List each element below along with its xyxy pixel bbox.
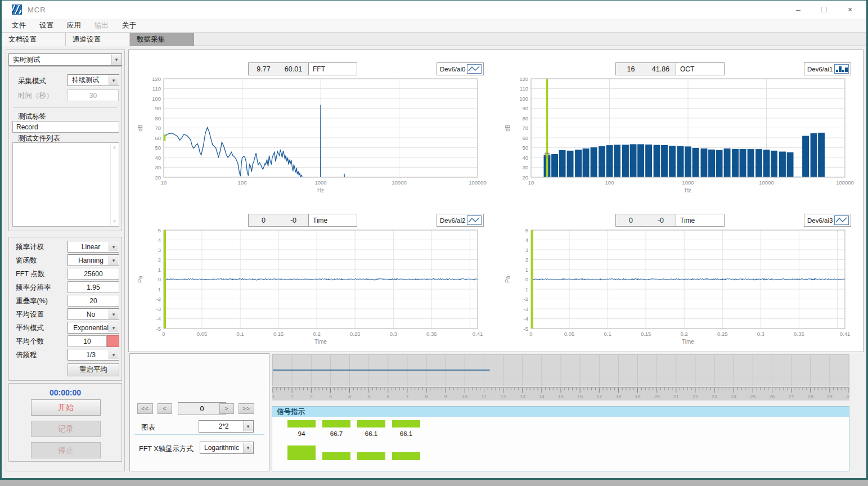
- svg-text:70: 70: [155, 125, 161, 131]
- chevron-down-icon: ▾: [109, 75, 118, 85]
- svg-text:50: 50: [155, 145, 161, 151]
- svg-text:0.2: 0.2: [681, 331, 688, 337]
- maximize-button[interactable]: [811, 1, 837, 19]
- param-label: 倍频程: [16, 350, 37, 360]
- app-window: MCR – × 文件设置应用输出关于 文档设置通道设置数据采集 实时测试 ▾ 采…: [2, 1, 866, 478]
- page-next-button[interactable]: >: [219, 403, 234, 414]
- menu-item[interactable]: 应用: [60, 19, 88, 33]
- signal-level-value: 94: [287, 430, 316, 437]
- svg-text:7: 7: [406, 394, 408, 399]
- param-label: 重叠率(%): [16, 296, 48, 306]
- minimize-button[interactable]: –: [785, 1, 811, 19]
- svg-text:20: 20: [155, 174, 161, 181]
- svg-text:0: 0: [529, 331, 532, 337]
- acq-time-input[interactable]: 30: [68, 89, 119, 101]
- param-input[interactable]: 10: [68, 335, 107, 347]
- param-select[interactable]: No▾: [68, 308, 119, 320]
- listbox-scrollbar[interactable]: ▲ ▼: [110, 143, 118, 226]
- restart-average-button[interactable]: 重启平均: [68, 363, 119, 376]
- page-prev-button[interactable]: <: [158, 403, 172, 414]
- param-label: 频率计权: [16, 242, 44, 252]
- svg-text:14: 14: [539, 394, 545, 399]
- test-tag-input[interactable]: Record: [12, 121, 119, 133]
- svg-text:25: 25: [750, 394, 755, 399]
- acq-time-label: 时间（秒）: [18, 91, 53, 101]
- menu-item[interactable]: 输出: [88, 19, 115, 33]
- analysis-params-group: 重启平均 频率计权Linear▾窗函数Hanning▾FFT 点数25600频率…: [8, 237, 122, 381]
- sidebar-panel: 实时测试 ▾ 采集模式 持续测试 ▾ 时间（秒） 30 测试标签 Record …: [6, 50, 125, 471]
- close-button[interactable]: ×: [837, 1, 863, 19]
- chart-layout-select[interactable]: 2*2 ▾: [199, 420, 254, 433]
- svg-text:0.1: 0.1: [236, 331, 244, 337]
- svg-text:40: 40: [155, 155, 161, 161]
- time_a-plot[interactable]: -5-4-3-2-101234500.050.10.150.20.250.30.…: [133, 227, 491, 349]
- svg-text:Time: Time: [314, 339, 327, 345]
- svg-text:Hz: Hz: [685, 187, 691, 194]
- chevron-down-icon: ▾: [243, 443, 253, 453]
- record-button[interactable]: 记录: [31, 421, 101, 437]
- svg-text:dB: dB: [505, 124, 511, 132]
- fft-plot[interactable]: 2030405060708090100110120101001000100001…: [133, 76, 491, 197]
- param-row: 窗函数Hanning▾: [9, 254, 122, 267]
- chart-type-input[interactable]: Time: [309, 214, 357, 227]
- param-select[interactable]: Exponential▾: [68, 322, 119, 334]
- fft-xaxis-mode-select[interactable]: Logarithmic ▾: [200, 442, 254, 454]
- signal-meter-block: [392, 452, 420, 460]
- svg-text:-2: -2: [156, 296, 161, 302]
- tab-通道设置[interactable]: 通道设置: [66, 33, 130, 46]
- svg-text:Time: Time: [682, 339, 694, 345]
- svg-text:2: 2: [310, 394, 313, 399]
- param-select[interactable]: 1/3▾: [68, 349, 119, 361]
- svg-text:-5: -5: [524, 326, 528, 332]
- param-input[interactable]: 1.95: [68, 281, 119, 293]
- scroll-down-icon[interactable]: ▼: [111, 218, 118, 226]
- channel-selector[interactable]: Dev6/ai3: [804, 214, 851, 227]
- param-input[interactable]: 25600: [68, 268, 119, 280]
- tab-数据采集[interactable]: 数据采集: [130, 33, 194, 46]
- signal-level-bar: [392, 420, 420, 428]
- menu-item[interactable]: 文件: [5, 19, 33, 33]
- param-select[interactable]: Linear▾: [68, 241, 119, 253]
- svg-text:dB: dB: [137, 124, 143, 132]
- channel-selector[interactable]: Dev6/ai0: [437, 62, 484, 75]
- svg-text:30: 30: [155, 164, 161, 170]
- channel-selector[interactable]: Dev6/ai1: [804, 62, 851, 75]
- svg-text:60: 60: [522, 135, 528, 141]
- time_b-plot[interactable]: -5-4-3-2-101234500.050.10.150.20.250.30.…: [501, 227, 858, 349]
- start-button[interactable]: 开始: [31, 399, 101, 416]
- signal-level-bar: [322, 420, 350, 428]
- svg-text:2: 2: [158, 256, 161, 263]
- chart-type-input[interactable]: Time: [676, 214, 725, 227]
- menu-item[interactable]: 设置: [33, 19, 60, 33]
- svg-text:-3: -3: [524, 306, 528, 312]
- page-first-button[interactable]: <<: [137, 403, 153, 414]
- chevron-down-icon: ▾: [109, 350, 118, 359]
- record-progress-strip: [272, 354, 849, 386]
- tab-文档设置[interactable]: 文档设置: [2, 33, 66, 46]
- chart-type-input[interactable]: FFT: [309, 62, 357, 75]
- param-select[interactable]: Hanning▾: [68, 254, 119, 266]
- svg-text:110: 110: [152, 86, 161, 92]
- scroll-up-icon[interactable]: ▲: [111, 143, 118, 151]
- stop-button[interactable]: 停止: [31, 442, 101, 458]
- svg-text:3: 3: [158, 247, 161, 253]
- param-row: 平均模式Exponential▾: [9, 321, 122, 335]
- acq-mode-select[interactable]: 持续测试 ▾: [68, 74, 119, 86]
- chart-type-input[interactable]: OCT: [676, 62, 725, 75]
- svg-text:0.3: 0.3: [390, 331, 397, 337]
- channel-selector[interactable]: Dev6/ai2: [437, 214, 484, 227]
- page-last-button[interactable]: >>: [239, 403, 254, 414]
- svg-text:0.35: 0.35: [426, 331, 437, 337]
- signal-indicator-title: 信号指示: [272, 407, 849, 417]
- param-input[interactable]: 20: [68, 295, 119, 307]
- svg-text:5: 5: [367, 394, 370, 399]
- menu-item[interactable]: 关于: [115, 19, 143, 33]
- svg-text:17: 17: [596, 394, 602, 399]
- svg-text:80: 80: [522, 115, 528, 122]
- cursor-readout: 0-0: [615, 214, 676, 227]
- test-mode-select[interactable]: 实时测试 ▾: [8, 53, 122, 66]
- oct-plot[interactable]: 2030405060708090100110120101001000100001…: [501, 76, 858, 197]
- svg-text:20: 20: [522, 174, 528, 181]
- svg-text:30: 30: [846, 394, 849, 399]
- test-file-listbox[interactable]: ▲ ▼: [12, 142, 119, 227]
